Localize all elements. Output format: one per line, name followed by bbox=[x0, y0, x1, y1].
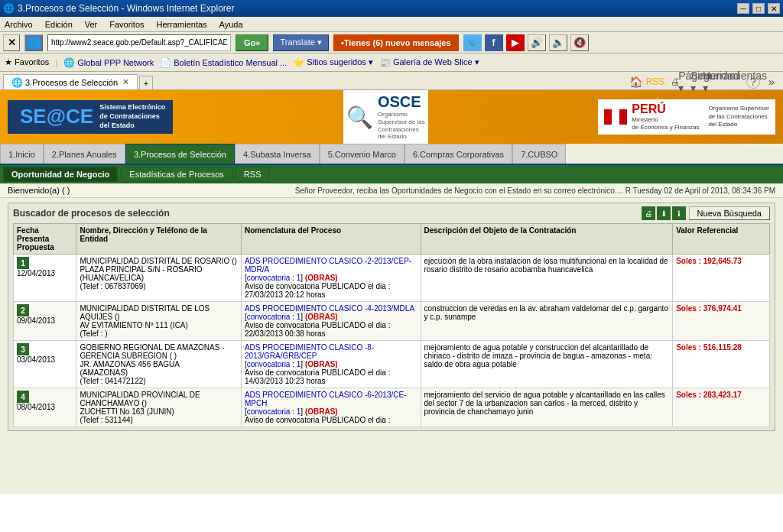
row-num-1: 1 bbox=[17, 257, 29, 269]
page-home-icon[interactable]: 🏠 bbox=[627, 74, 644, 89]
go-button[interactable]: Go» bbox=[236, 34, 268, 51]
nomenclatura-link-2[interactable]: ADS PROCEDIMIENTO CLASICO -4-2013/MDLA bbox=[245, 304, 414, 313]
sub-tab-rss[interactable]: RSS bbox=[236, 167, 270, 182]
nav-tab-inicio[interactable]: 1.Inicio bbox=[0, 144, 44, 164]
new-search-button[interactable]: Nueva Búsqueda bbox=[689, 206, 770, 220]
facebook-icon[interactable]: f bbox=[485, 34, 503, 51]
nomenclatura-link-3[interactable]: ADS PROCEDIMIENTO CLASICO -8-2013/GRA/GR… bbox=[245, 343, 374, 360]
row-num-2: 2 bbox=[17, 304, 29, 316]
cell-descripcion-2: construccion de veredas en la av. abraha… bbox=[421, 302, 673, 341]
obras-label-1: (OBRAS) bbox=[305, 274, 338, 282]
convocatoria-link-1[interactable]: convocatoria : 1 bbox=[247, 274, 301, 282]
nav-tab-planes[interactable]: 2.Planes Anuales bbox=[44, 144, 125, 164]
sub-tab-oportunidad[interactable]: Oportunidad de Negocio bbox=[3, 167, 118, 182]
obras-label-3: (OBRAS) bbox=[305, 360, 338, 368]
expand-icon[interactable]: » bbox=[763, 74, 780, 89]
cell-nomenclatura-4[interactable]: ADS PROCEDIMIENTO CLASICO -6-2013/CE-MPC… bbox=[241, 388, 421, 427]
cell-descripcion-1: ejecución de la obra instalacion de losa… bbox=[421, 255, 673, 302]
sub-tab-estadisticas[interactable]: Estadísticas de Procesos bbox=[121, 167, 232, 182]
nav-tab-convenio[interactable]: 5.Convenio Marco bbox=[320, 144, 404, 164]
stop-button[interactable]: ✕ bbox=[3, 34, 20, 51]
volume-button[interactable]: 🔊 bbox=[528, 34, 546, 51]
cell-fecha-4: 4 08/04/2013 bbox=[14, 388, 76, 427]
nomenclatura-link-1[interactable]: ADS PROCEDIMIENTO CLASICO -2-2013/CEP-MD… bbox=[245, 257, 411, 274]
fav-global-ppp[interactable]: 🌐Global PPP Network bbox=[63, 57, 154, 68]
menu-edicion[interactable]: Edición bbox=[45, 20, 73, 29]
col-fecha: FechaPresentaPropuesta bbox=[14, 224, 76, 255]
address-input[interactable] bbox=[47, 34, 231, 51]
nav-tab-cubso[interactable]: 7.CUBSO bbox=[512, 144, 566, 164]
twitter-icon[interactable]: 🐦 bbox=[463, 34, 482, 51]
close-button[interactable]: ✕ bbox=[768, 3, 780, 14]
table-row: 2 09/04/2013 MUNICIPALIDAD DISTRITAL DE … bbox=[14, 302, 770, 341]
maximize-button[interactable]: □ bbox=[752, 3, 765, 14]
print-search-icon[interactable]: 🖨 bbox=[642, 206, 655, 220]
window-title: 3.Procesos de Selección - Windows Intern… bbox=[18, 3, 234, 14]
nav-tab-procesos[interactable]: 3.Procesos de Selección bbox=[125, 144, 235, 164]
favorites-bar: ★ Favoritos | 🌐Global PPP Network 📄Bolet… bbox=[0, 54, 783, 72]
favorites-label[interactable]: ★ Favoritos bbox=[5, 57, 49, 67]
ie-toolbar: ✕ 🌐 Go» Translate ▾ •Tienes (6) nuevo me… bbox=[0, 32, 783, 54]
fav-sitios[interactable]: ⭐Sitios sugeridos ▾ bbox=[293, 57, 373, 68]
nomenclatura-link-4[interactable]: ADS PROCEDIMIENTO CLASICO -6-2013/CE-MPC… bbox=[245, 391, 407, 407]
table-row: 1 12/04/2013 MUNICIPALIDAD DISTRITAL DE … bbox=[14, 255, 770, 302]
cell-entidad-2: MUNICIPALIDAD DISTRITAL DE LOS AQUIJES (… bbox=[76, 302, 242, 341]
tab-bar: 🌐 3.Procesos de Selección ✕ + 🏠 RSS 🖨 Pá… bbox=[0, 72, 783, 90]
cell-nomenclatura-1[interactable]: ADS PROCEDIMIENTO CLASICO -2-2013/CEP-MD… bbox=[241, 255, 421, 302]
messages-button[interactable]: •Tienes (6) nuevo mensajes bbox=[333, 34, 459, 51]
rss-icon[interactable]: RSS bbox=[647, 74, 664, 89]
mute-button[interactable]: 🔇 bbox=[570, 34, 589, 51]
menu-herramientas[interactable]: Herramientas bbox=[157, 20, 207, 29]
nav-tabs: 1.Inicio 2.Planes Anuales 3.Procesos de … bbox=[0, 144, 783, 165]
cell-descripcion-3: mejoramiento de agua potable y construcc… bbox=[421, 341, 673, 388]
menu-bar: Archivo Edición Ver Favoritos Herramient… bbox=[0, 17, 783, 32]
convocatoria-link-2[interactable]: convocatoria : 1 bbox=[247, 313, 301, 321]
cell-entidad-1: MUNICIPALIDAD DISTRITAL DE ROSARIO () PL… bbox=[76, 255, 242, 302]
cell-entidad-3: GOBIERNO REGIONAL DE AMAZONAS - GERENCIA… bbox=[76, 341, 242, 388]
export-search-icon[interactable]: ⬇ bbox=[657, 206, 671, 220]
new-tab-button[interactable]: + bbox=[139, 76, 153, 89]
nav-tab-subasta[interactable]: 4.Subasta Inversa bbox=[235, 144, 320, 164]
fav-galeria[interactable]: 📰Galería de Web Slice ▾ bbox=[379, 57, 479, 68]
cell-descripcion-4: mejoramiento del servicio de agua potabl… bbox=[421, 388, 673, 427]
minimize-button[interactable]: ─ bbox=[737, 3, 749, 14]
youtube-icon[interactable]: ▶ bbox=[506, 34, 525, 51]
obras-label-4: (OBRAS) bbox=[305, 407, 338, 416]
menu-ver[interactable]: Ver bbox=[85, 20, 98, 29]
convocatoria-link-4[interactable]: convocatoria : 1 bbox=[247, 407, 301, 416]
table-row: 3 03/04/2013 GOBIERNO REGIONAL DE AMAZON… bbox=[14, 341, 770, 388]
cell-entidad-4: MUNICIPALIDAD PROVINCIAL DE CHANCHAMAYO … bbox=[76, 388, 242, 427]
cell-fecha: 1 12/04/2013 bbox=[14, 255, 76, 302]
convocatoria-link-3[interactable]: convocatoria : 1 bbox=[247, 360, 301, 368]
table-row: 4 08/04/2013 MUNICIPALIDAD PROVINCIAL DE… bbox=[14, 388, 770, 427]
menu-ayuda[interactable]: Ayuda bbox=[219, 20, 243, 29]
tab-label: 3.Procesos de Selección bbox=[25, 78, 118, 87]
col-nomenclatura: Nomenclatura del Proceso bbox=[241, 224, 421, 255]
row-num-4: 4 bbox=[17, 391, 29, 403]
col-entidad: Nombre, Dirección y Teléfono de laEntida… bbox=[76, 224, 242, 255]
nav-tab-compras[interactable]: 6.Compras Corporativas bbox=[404, 144, 512, 164]
title-bar: 🌐 3.Procesos de Selección - Windows Inte… bbox=[0, 0, 783, 17]
menu-favoritos[interactable]: Favoritos bbox=[109, 20, 144, 29]
cell-valor-4: Soles : 283,423.17 bbox=[673, 388, 770, 427]
info-search-icon[interactable]: ℹ bbox=[672, 206, 686, 220]
cell-nomenclatura-3[interactable]: ADS PROCEDIMIENTO CLASICO -8-2013/GRA/GR… bbox=[241, 341, 421, 388]
home-button[interactable]: 🌐 bbox=[24, 34, 43, 51]
obras-label-2: (OBRAS) bbox=[305, 313, 338, 321]
translate-button[interactable]: Translate ▾ bbox=[273, 34, 329, 51]
cell-nomenclatura-2[interactable]: ADS PROCEDIMIENTO CLASICO -4-2013/MDLA [… bbox=[241, 302, 421, 341]
seace-subtitle: Sistema Electrónicode Contratacionesdel … bbox=[99, 103, 165, 130]
menu-archivo[interactable]: Archivo bbox=[5, 20, 33, 29]
window-icon: 🌐 bbox=[3, 3, 15, 14]
results-table: FechaPresentaPropuesta Nombre, Dirección… bbox=[13, 223, 770, 427]
tab-procesos[interactable]: 🌐 3.Procesos de Selección ✕ bbox=[3, 74, 138, 89]
help-icon[interactable]: ? bbox=[746, 75, 760, 89]
col-valor: Valor Referencial bbox=[673, 224, 770, 255]
cell-fecha-2: 2 09/04/2013 bbox=[14, 302, 76, 341]
cell-fecha-3: 3 03/04/2013 bbox=[14, 341, 76, 388]
peru-logo: PERÚ Ministeriode Economía y Finanzas Or… bbox=[598, 99, 775, 135]
tools-menu[interactable]: Herramientas ▾ bbox=[726, 74, 743, 89]
tab-close-icon[interactable]: ✕ bbox=[122, 77, 129, 87]
search-area: Buscador de procesos de selección 🖨 ⬇ ℹ … bbox=[8, 203, 775, 431]
fav-boletin[interactable]: 📄Boletín Estadístico Mensual ... bbox=[160, 57, 287, 68]
